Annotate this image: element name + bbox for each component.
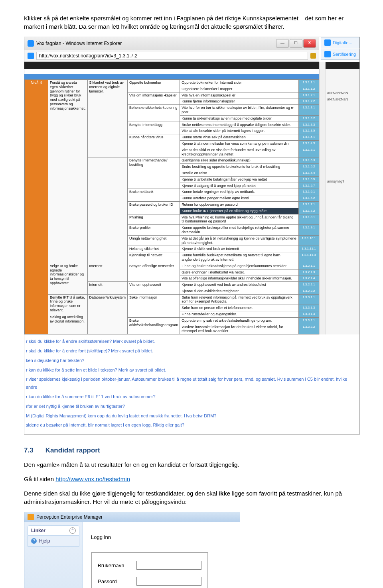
password-label: Passord	[98, 578, 132, 584]
code-cell: 1.3.2.1.4	[299, 275, 319, 282]
linker-header[interactable]: Linker ⌃	[28, 525, 79, 536]
code-cell: 1.3.1.5.5	[299, 176, 319, 183]
username-label: Brukernavn	[98, 562, 132, 568]
question-item[interactable]: r kan du klikke for å summere E6 til E11…	[26, 393, 358, 401]
detail-cell: Kunne betale regninger ved hjelp av nett…	[180, 189, 299, 195]
code-cell: 1.3.3.2.1	[299, 317, 319, 324]
question-item[interactable]: rfor er det nyttig å kjenne til bruken a…	[26, 403, 358, 411]
group-cell: Brukerprofiler	[128, 225, 180, 236]
login-window-title: Perception Enterprise Manager	[36, 514, 103, 520]
testadmin-link[interactable]: http://www.vox.no/testadmin	[55, 476, 130, 482]
code-cell: 1.3.1.9.1	[299, 225, 319, 236]
vertical-scrollbar[interactable]	[319, 62, 325, 334]
question-item[interactable]: r viser speidernes kjekssalg i perioden …	[26, 376, 358, 391]
code-cell: 1.3.2.1.3	[299, 269, 319, 275]
ie-titlebar: Vox fagplan - Windows Internet Explorer …	[24, 37, 319, 50]
subarea-cell: Databaser/arkivsystem	[87, 294, 128, 334]
subarea-cell	[87, 157, 128, 263]
group-cell: Benytte offentlige nettsteder	[128, 263, 180, 281]
code-cell: 1.3.1.4.1	[299, 134, 319, 141]
address-bar: http://vox.norsktest.no/fagplan/?id=3_1.…	[24, 50, 319, 62]
question-list: r skal du klikke for å endre skriftsstør…	[24, 334, 359, 434]
code-cell: 1.3.1.6.2	[299, 195, 319, 202]
detail-cell: Finne rutetabeller og avgangstider.	[180, 311, 299, 318]
code-cell: 1.3.2.2.1	[299, 282, 319, 288]
username-input[interactable]	[136, 561, 201, 570]
code-cell: 1.3.1.3.1	[299, 105, 319, 116]
detail-cell: Vite hva en informasjonskapsel er	[180, 92, 299, 98]
area-cell: Forstå og ivareta egen sikkerhet gjennom…	[48, 80, 88, 263]
detail-cell: Endre bestilling og opprette brukerkonto…	[180, 164, 299, 170]
detail-cell: Kunne bruke IKT-tjenester på en sikker o…	[180, 208, 299, 214]
ie-icon	[28, 40, 34, 47]
help-link[interactable]: ? Hjelp	[28, 536, 79, 547]
maximize-button[interactable]: ☐	[290, 39, 302, 48]
detail-cell: Vurdere innsamlet informasjon før det br…	[180, 324, 299, 334]
browser-tab[interactable]: Digitalte...	[321, 37, 359, 48]
question-item[interactable]: M (Digital Rights Management) kom opp da…	[26, 412, 358, 420]
question-item[interactable]: r skal du klikke for å endre font (skrif…	[26, 347, 358, 355]
code-cell: 1.3.1.8.1	[299, 214, 319, 225]
dark-header-bar	[24, 62, 319, 69]
question-item[interactable]: sidene du besøker på Internett, blir nor…	[26, 421, 358, 429]
group-cell: Benytte Internettlogg	[128, 122, 180, 134]
section-paragraph: Den «gamle» måten å ta ut resultater for…	[24, 460, 359, 469]
blue-bar	[24, 74, 319, 79]
area-cell: Velge ut og bruke egnede informasjonskil…	[48, 263, 88, 294]
detail-cell: Gjenkjenne sikre sider (hengelåskunnskap…	[180, 157, 299, 164]
detail-cell: Gjøre endringer i skattekortet via nette…	[180, 269, 299, 275]
question-item[interactable]: r kan du klikke for å sette inn et bilde…	[26, 366, 358, 374]
browser-tab[interactable]: Sertifisering	[321, 49, 359, 60]
login-titlebar: Perception Enterprise Manager	[24, 512, 240, 522]
url-input[interactable]: http://vox.norsktest.no/fagplan/?id=3_1.…	[36, 52, 308, 60]
detail-cell: Kjenne til at noen nettsider har virus s…	[180, 140, 299, 147]
group-cell: Beherske sikkerhets-kopiering	[128, 105, 180, 122]
detail-cell: Opprette bokmerker for Internett sider	[180, 80, 299, 86]
code-cell: 1.3.1.5.3	[299, 157, 319, 164]
group-cell: Vite om informasjons -kapsler	[128, 92, 180, 105]
help-icon: ?	[31, 538, 37, 544]
curriculum-table: Nivå 3 Forstå og ivareta egen sikkerhet …	[24, 79, 319, 334]
detail-cell: Kunne overføre penger mellom egne konti.	[180, 195, 299, 202]
group-cell: Kjennskap til nettvett	[128, 252, 180, 263]
detail-cell: Kjenne til opphavsrett ved bruk av andre…	[180, 282, 299, 288]
detail-cell: Vite hva Phishing er, kunne opptre sikke…	[180, 214, 299, 225]
detail-cell: Søke fram en person eller et telefonnumm…	[180, 305, 299, 311]
group-cell: Phishing	[128, 214, 180, 225]
detail-cell: Kjenne til adgang til å angre ved kjøp p…	[180, 183, 299, 189]
code-cell: 1.3.1.11.1	[299, 246, 319, 252]
code-cell: 1.3.3.1.1	[299, 294, 319, 305]
group-cell: Helse og sikkerhet	[128, 246, 180, 252]
detail-cell: Bestille en reise	[180, 170, 299, 176]
subarea-cell: Sikkerhet ved bruk av Internett og digit…	[87, 80, 128, 157]
minimize-button[interactable]: —	[276, 39, 289, 48]
code-cell: 1.3.1.5.7	[299, 183, 319, 189]
section-paragraph: Denne siden skal du ikke gjøre tilgjenge…	[24, 489, 359, 506]
code-cell: 1.3.1.2.2	[299, 98, 319, 105]
chevron-up-icon: ⌃	[69, 527, 76, 534]
detail-cell: Organisere bokmerker i mapper	[180, 86, 299, 92]
question-item[interactable]: ken sidejustering har teksten?	[26, 357, 358, 365]
close-button[interactable]: X	[303, 39, 316, 48]
password-input[interactable]	[136, 577, 201, 586]
subarea-cell: Internett	[87, 263, 128, 281]
detail-cell: Kjenne til den avbildedes rettigheter.	[180, 288, 299, 294]
code-cell: 1.3.1.6.1	[299, 189, 319, 195]
code-cell: 1.3.1.1.1	[299, 80, 319, 86]
code-cell: 1.3.1.5.1	[299, 147, 319, 157]
question-item[interactable]: r skal du klikke for å endre skriftsstør…	[26, 338, 358, 346]
ie-window-screenshot: Vox fagplan - Windows Internet Explorer …	[24, 37, 360, 435]
group-cell: Bruke nettbank	[128, 189, 180, 202]
group-cell: Kunne håndtere virus	[128, 134, 180, 157]
detail-cell: Kunne opprette brukerprofiler med forskj…	[180, 225, 299, 236]
ie-icon	[324, 39, 331, 46]
globe-icon	[28, 53, 34, 59]
group-cell: Bruke arkiv/saksbehandlingsprogram	[128, 317, 180, 334]
subarea-cell: Internett	[87, 282, 128, 295]
intro-paragraph: Klikker så på det enkelte spørsmålet og …	[24, 14, 359, 31]
detail-cell: Bruke nettleserens Internettlogg til å o…	[180, 122, 299, 128]
group-cell: Vite om opphavsrett	[128, 282, 180, 295]
code-cell: 1.3.1.11.3	[299, 252, 319, 263]
code-cell: 1.3.1.5.4	[299, 170, 319, 176]
detail-cell: Finne og bruke søknadsskjema på egen hje…	[180, 263, 299, 269]
